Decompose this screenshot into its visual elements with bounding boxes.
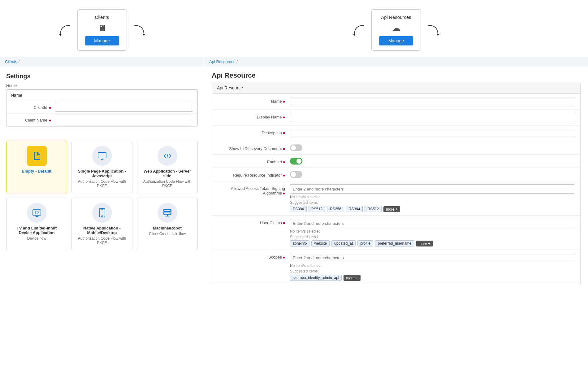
- tag-zoneinfo[interactable]: zoneinfo: [290, 240, 309, 246]
- tag-ps512[interactable]: PS512: [309, 206, 325, 212]
- native-desc: Authorization Code Flow with PKCE: [76, 236, 128, 245]
- clients-breadcrumb-link[interactable]: Clients: [5, 59, 17, 64]
- api-description-input[interactable]: [290, 129, 575, 138]
- api-user-claims-tags: zoneinfo website updated_at profile pref…: [290, 240, 575, 246]
- api-description-label: Description ■: [217, 129, 285, 135]
- desktop-icon: [97, 151, 107, 161]
- client-id-row: ClientId ■: [6, 101, 197, 114]
- api-token-algorithms-no-items: No item/s selected: [290, 195, 575, 199]
- mobile-icon: [98, 208, 106, 218]
- api-require-indicator-row: Require Resource Indicator ■: [212, 168, 580, 181]
- tv-desc: Device flow: [10, 236, 63, 241]
- api-scopes-row: Scopes ■ No item/s selected Suggested it…: [212, 250, 580, 284]
- svg-point-18: [170, 213, 171, 214]
- svg-marker-21: [353, 34, 356, 36]
- tag-ps384[interactable]: PS384: [290, 206, 307, 212]
- api-show-discovery-label: Show In Discovery Document ■: [217, 144, 285, 151]
- tv-icon: [32, 208, 42, 218]
- spa-desc: Authorization Code Flow with PKCE: [76, 179, 128, 188]
- svg-point-13: [102, 216, 103, 217]
- file-icon: [32, 151, 42, 161]
- api-token-algorithms-input[interactable]: [290, 184, 575, 194]
- settings-title: Settings: [6, 73, 198, 80]
- api-token-algorithms-row: Allowed Access Token Signing Algorithms …: [212, 181, 580, 215]
- tag-preferred-username[interactable]: preferred_username: [375, 240, 414, 246]
- right-breadcrumb-separator: /: [236, 59, 238, 64]
- api-resources-manage-button[interactable]: Manage: [379, 36, 413, 45]
- machine-name: Machine/Robot: [141, 226, 194, 230]
- api-resource-page-title: Api Resource: [204, 66, 588, 82]
- client-id-label: ClientId ■: [11, 105, 51, 110]
- api-require-indicator-label: Require Resource Indicator ■: [217, 171, 285, 178]
- machine-desc: Client Credentials flow: [141, 232, 194, 236]
- api-token-algorithms-label: Allowed Access Token Signing Algorithms …: [217, 184, 285, 195]
- client-name-input[interactable]: [55, 116, 193, 124]
- name-section-box: Name ClientId ■ Client Name ■: [6, 89, 198, 126]
- api-user-claims-more-button[interactable]: more +: [416, 241, 433, 246]
- webapp-name: Web Application - Server side: [141, 169, 194, 178]
- api-resources-card-title: Api Resources: [379, 15, 413, 20]
- tag-updated-at[interactable]: updated_at: [331, 240, 356, 246]
- api-name-row: Name ■: [212, 94, 580, 109]
- client-type-grid: Empty - Default Single Page Application …: [0, 136, 204, 250]
- client-type-webapp[interactable]: Web Application - Server side Authorizat…: [137, 141, 198, 193]
- tag-website[interactable]: website: [311, 240, 330, 246]
- require-indicator-toggle[interactable]: [290, 171, 302, 178]
- client-id-input[interactable]: [55, 103, 193, 112]
- right-breadcrumb: Api Resources /: [204, 57, 588, 66]
- clients-monitor-icon: 🖥: [85, 23, 119, 33]
- api-user-claims-input[interactable]: [290, 219, 575, 228]
- svg-marker-1: [142, 34, 145, 36]
- api-display-name-row: Display Name ■: [212, 109, 580, 125]
- api-resources-breadcrumb-link[interactable]: Api Resources: [209, 59, 236, 64]
- api-user-claims-suggested-label: Suggested items:: [290, 235, 575, 239]
- api-name-label: Name ■: [217, 97, 285, 104]
- api-scopes-more-button[interactable]: more +: [344, 275, 360, 281]
- require-indicator-slider: [290, 171, 302, 178]
- svg-rect-8: [33, 210, 41, 215]
- name-box-title: Name: [6, 90, 197, 101]
- tag-skoruba[interactable]: skoruba_identity_admin_api: [290, 275, 342, 281]
- native-name: Native Application - Mobile/Desktop: [76, 226, 128, 235]
- tag-rs384[interactable]: RS384: [346, 206, 363, 212]
- api-token-algorithms-suggested-label: Suggested items:: [290, 200, 575, 205]
- api-scopes-input[interactable]: [290, 253, 575, 262]
- clients-card: Clients 🖥 Manage: [77, 9, 127, 51]
- api-user-claims-row: User Claims ■ No item/s selected Suggest…: [212, 215, 580, 250]
- api-token-algorithms-tags: PS384 PS512 RS256 RS384 RS512 more +: [290, 206, 575, 212]
- svg-marker-22: [437, 34, 439, 36]
- client-type-machine[interactable]: Machine/Robot Client Credentials flow: [137, 198, 198, 250]
- svg-marker-0: [59, 34, 62, 36]
- api-scopes-tags: skoruba_identity_admin_api more +: [290, 275, 575, 281]
- client-name-label: Client Name ■: [11, 118, 51, 122]
- svg-rect-4: [98, 152, 106, 158]
- api-description-row: Description ■: [212, 125, 580, 141]
- enabled-toggle[interactable]: [290, 158, 302, 165]
- client-name-req: ■: [49, 118, 51, 122]
- spa-name: Single Page Application - Javascript: [76, 169, 128, 178]
- client-type-native[interactable]: Native Application - Mobile/Desktop Auth…: [71, 198, 132, 250]
- client-type-empty-default[interactable]: Empty - Default: [6, 141, 67, 193]
- tag-rs256[interactable]: RS256: [327, 206, 344, 212]
- show-discovery-toggle[interactable]: [290, 144, 302, 151]
- api-user-claims-field: No item/s selected Suggested items: zone…: [290, 219, 575, 246]
- api-scopes-field: No item/s selected Suggested items: skor…: [290, 253, 575, 281]
- tag-rs512[interactable]: RS512: [365, 206, 382, 212]
- spa-icon-circle: [92, 146, 112, 166]
- show-discovery-slider: [290, 144, 302, 151]
- api-display-name-input[interactable]: [290, 113, 575, 122]
- tv-icon-circle: [27, 203, 47, 223]
- api-scopes-suggested-label: Suggested items:: [290, 269, 575, 273]
- clients-manage-button[interactable]: Manage: [85, 36, 119, 45]
- api-resources-cloud-icon: ☁: [379, 23, 413, 33]
- tag-profile[interactable]: profile: [357, 240, 373, 246]
- server-icon: [162, 208, 172, 218]
- api-enabled-row: Enabled ■: [212, 154, 580, 168]
- clients-card-title: Clients: [85, 15, 119, 20]
- client-type-spa[interactable]: Single Page Application - Javascript Aut…: [71, 141, 132, 193]
- api-token-algorithms-more-button[interactable]: more +: [383, 206, 400, 212]
- api-enabled-label: Enabled ■: [217, 158, 285, 164]
- api-name-input[interactable]: [290, 97, 575, 106]
- api-scopes-no-items: No item/s selected: [290, 263, 575, 268]
- client-type-tv[interactable]: TV and Limited-Input Device Application …: [6, 198, 67, 250]
